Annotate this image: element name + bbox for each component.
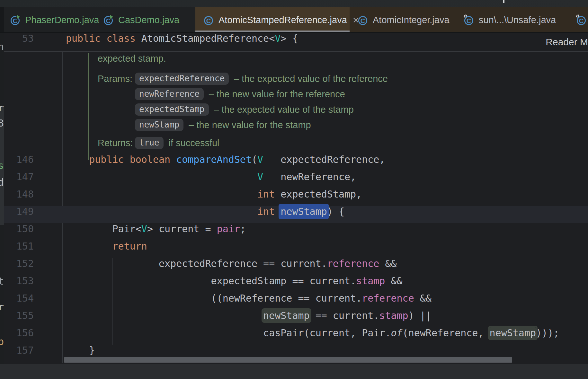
svg-text:C: C xyxy=(579,17,584,24)
code-line[interactable]: 146 public boolean compareAndSet(V expec… xyxy=(0,154,588,171)
code-token: V xyxy=(275,33,281,44)
code-token: public class xyxy=(66,33,141,44)
title-bar xyxy=(0,0,588,7)
doc-param-desc: – the expected value of the stamp xyxy=(214,104,354,115)
reader-mode-button[interactable]: Reader M xyxy=(544,33,588,51)
doc-returns-desc: if successful xyxy=(169,138,219,148)
code-text: public boolean compareAndSet(V expectedR… xyxy=(66,154,385,171)
code-line[interactable]: 147 V newReference, xyxy=(0,171,588,189)
doc-intro-text: expected stamp. xyxy=(98,51,166,66)
background-text-fragment: t xyxy=(0,276,4,287)
line-number[interactable]: 151 xyxy=(4,241,34,258)
tab-tab[interactable]: C xyxy=(570,7,588,33)
code-token: pair xyxy=(217,223,240,234)
code-text: ((newReference == current.reference && xyxy=(66,293,432,310)
background-text-fragment: er xyxy=(0,102,4,113)
line-number[interactable]: 146 xyxy=(4,154,34,171)
code-token xyxy=(66,189,257,200)
code-text: return xyxy=(66,241,147,258)
doc-returns-row: true if successful xyxy=(135,135,219,151)
doc-param-chip: expectedReference xyxy=(135,73,229,85)
code-token: V xyxy=(141,223,147,234)
code-token: casPair(current, Pair. xyxy=(263,327,391,339)
code-text: Pair<V> current = pair; xyxy=(66,223,246,241)
occurrence-highlight: newStamp xyxy=(490,327,536,339)
tab-sun-unsafe-java[interactable]: Csun\...\Unsafe.java xyxy=(458,7,566,33)
doc-param-row: expectedStamp– the expected value of the… xyxy=(135,102,354,117)
line-number[interactable]: 147 xyxy=(4,171,34,189)
code-line[interactable]: 156 casPair(current, Pair.of(newReferenc… xyxy=(0,327,588,345)
class-lock-icon: C xyxy=(463,14,475,26)
doc-param-chip: newStamp xyxy=(135,119,183,131)
code-token: newReference, xyxy=(263,171,356,182)
code-token: } xyxy=(66,345,95,356)
code-token: ; xyxy=(240,223,246,234)
code-token: expectedStamp, xyxy=(275,189,362,200)
code-token xyxy=(66,154,89,165)
line-number[interactable]: 148 xyxy=(4,189,34,206)
doc-param-row: newReference– the new value for the refe… xyxy=(135,86,345,102)
doc-returns-label: Returns: xyxy=(98,136,133,150)
code-line[interactable]: 148 int expectedStamp, xyxy=(0,189,588,206)
tab-label: CasDemo.java xyxy=(118,15,179,25)
tab-phaserdemo-java[interactable]: CPhaserDemo.java xyxy=(4,7,97,33)
tab-atomicstampedreference-java[interactable]: CAtomicStampedReference.java× xyxy=(195,7,350,33)
code-text: V newReference, xyxy=(66,171,356,189)
line-number[interactable]: 155 xyxy=(4,310,34,327)
line-number[interactable]: 152 xyxy=(4,258,34,275)
code-token: stamp xyxy=(379,310,408,321)
svg-text:C: C xyxy=(206,17,211,24)
class-icon: C xyxy=(357,14,369,26)
code-token xyxy=(275,206,281,217)
code-token: return xyxy=(112,241,147,252)
line-number[interactable]: 156 xyxy=(4,327,34,345)
code-text: newStamp == current.stamp) || xyxy=(66,310,432,327)
code-token: ))); xyxy=(536,327,559,339)
code-line[interactable]: 153 expectedStamp == current.stamp && xyxy=(0,275,588,293)
code-token: V xyxy=(257,154,263,165)
code-line[interactable]: 152 expectedReference == current.referen… xyxy=(0,258,588,275)
code-token: > current = xyxy=(147,223,217,234)
line-number[interactable]: 150 xyxy=(4,223,34,241)
background-text-fragment: as xyxy=(0,160,4,171)
code-token: AtomicStampedReference< xyxy=(141,33,275,44)
tab-atomicinteger-java[interactable]: CAtomicInteger.java xyxy=(352,7,453,33)
code-line[interactable]: 155 newStamp == current.stamp) || xyxy=(0,310,588,327)
doc-param-desc: – the expected value of the reference xyxy=(234,74,388,84)
line-number[interactable]: 154 xyxy=(4,293,34,310)
class-icon: C xyxy=(202,14,215,26)
doc-param-chip: expectedStamp xyxy=(135,103,209,116)
code-token xyxy=(66,327,263,339)
code-line[interactable]: 149 int newStamp) { xyxy=(0,206,588,223)
code-token: > { xyxy=(281,33,298,44)
line-number[interactable]: 153 xyxy=(4,275,34,293)
code-token: (newReference, xyxy=(403,327,490,339)
code-token: ((newReference == current. xyxy=(66,293,362,304)
horizontal-scrollbar-thumb[interactable] xyxy=(64,357,512,363)
doc-param-row: expectedReference– the expected value of… xyxy=(135,71,388,86)
code-token: ) { xyxy=(327,206,344,217)
background-window-sliver: ner18asdtrp xyxy=(0,33,4,364)
tab-casdemo-java[interactable]: CCasDemo.java xyxy=(97,7,193,33)
code-token: && xyxy=(385,275,402,286)
code-text: int newStamp) { xyxy=(66,206,344,223)
background-text-fragment: d xyxy=(0,177,4,188)
doc-returns-chip: true xyxy=(135,137,164,149)
class-run-icon: C xyxy=(102,14,114,26)
code-line[interactable]: 150 Pair<V> current = pair; xyxy=(0,223,588,241)
tab-label: PhaserDemo.java xyxy=(25,15,99,25)
background-text-fragment: n xyxy=(0,41,4,52)
selected-text: newStamp xyxy=(281,206,327,217)
background-text-fragment: r xyxy=(0,301,4,313)
code-token: && xyxy=(414,293,432,304)
code-line[interactable]: 154 ((newReference == current.reference … xyxy=(0,293,588,310)
tab-label: AtomicInteger.java xyxy=(373,15,450,25)
code-line[interactable]: 151 return xyxy=(0,241,588,258)
line-number[interactable]: 149 xyxy=(4,206,34,223)
line-number[interactable]: 157 xyxy=(4,345,34,362)
code-token: stamp xyxy=(356,275,385,286)
code-token: expectedReference == current. xyxy=(66,258,327,269)
sticky-header-line[interactable]: 53 public class AtomicStampedReference<V… xyxy=(4,33,588,52)
svg-text:C: C xyxy=(467,17,471,24)
code-token: && xyxy=(379,258,396,269)
